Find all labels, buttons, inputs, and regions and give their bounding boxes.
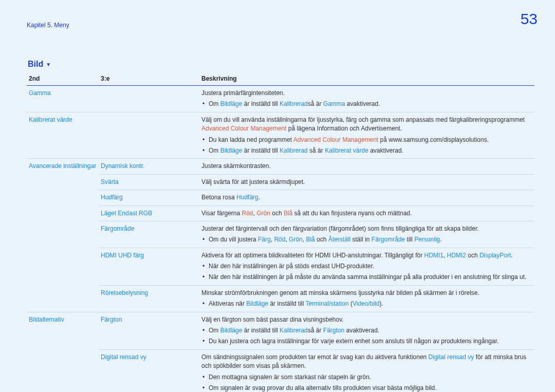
table-row: Bildalternativ Färgton Välj en färgton s…	[27, 312, 534, 349]
cell-3e	[99, 112, 199, 159]
section-title: Bild ▼	[28, 60, 534, 69]
table-row: Hudfärg Betona rosa Hudfärg.	[27, 190, 534, 206]
cell-3e: Läget Endast RGB	[99, 206, 199, 221]
cell-desc: Justera primärfärgintensiteten. Om Bildl…	[199, 86, 534, 113]
cell-2nd: Bildalternativ	[27, 312, 99, 349]
cell-2nd: Kalibrerat värde	[27, 112, 99, 159]
cell-3e: Svärta	[99, 174, 199, 190]
cell-3e: HDMI UHD färg	[99, 248, 199, 285]
cell-3e: Digital rensad vy	[99, 349, 199, 392]
cell-2nd	[27, 174, 99, 190]
cell-2nd	[27, 221, 99, 248]
cell-desc: Betona rosa Hudfärg.	[199, 190, 534, 206]
cell-desc: Visar färgerna Röd, Grön och Blå så att …	[199, 206, 534, 221]
cell-2nd	[27, 206, 99, 221]
cell-2nd: Gamma	[27, 86, 99, 113]
table-row: HDMI UHD färg Aktivera för att optimera …	[27, 248, 534, 285]
cell-desc: Välj svärta för att justera skärmdjupet.	[199, 174, 534, 190]
table-row: Läget Endast RGB Visar färgerna Röd, Grö…	[27, 206, 534, 221]
triangle-down-icon: ▼	[46, 62, 51, 67]
cell-desc: Välj en färgton som bäst passar dina vis…	[199, 312, 534, 349]
table-row: Svärta Välj svärta för att justera skärm…	[27, 174, 534, 190]
page-number: 53	[521, 10, 538, 28]
table-row: Avancerade inställningar Dynamisk kontr.…	[27, 159, 534, 174]
cell-3e: Dynamisk kontr.	[99, 159, 199, 174]
cell-3e	[99, 86, 199, 113]
cell-3e: Färgområde	[99, 221, 199, 248]
table-row: Kalibrerat värde Välj om du vill använda…	[27, 112, 534, 159]
cell-desc: Om sändningssignalen som produkten tar e…	[199, 349, 534, 392]
cell-desc: Minskar strömförbrukningen genom att min…	[199, 285, 534, 312]
settings-table: 2nd 3:e Beskrivning Gamma Justera primär…	[27, 72, 534, 392]
cell-2nd: Avancerade inställningar	[27, 159, 99, 174]
cell-desc: Justerar det färgintervall och den färgv…	[199, 221, 534, 248]
table-row: Digital rensad vy Om sändningssignalen s…	[27, 349, 534, 392]
cell-2nd	[27, 285, 99, 312]
chapter-label: Kapitel 5. Meny	[27, 6, 69, 29]
cell-2nd	[27, 248, 99, 285]
page-header: Kapitel 5. Meny 53	[27, 6, 534, 29]
cell-3e: Färgton	[99, 312, 199, 349]
cell-3e: Hudfärg	[99, 190, 199, 206]
cell-2nd	[27, 190, 99, 206]
table-header-row: 2nd 3:e Beskrivning	[27, 72, 534, 86]
col-3e: 3:e	[99, 72, 199, 86]
cell-3e: Rörelsebelysning	[99, 285, 199, 312]
cell-desc: Aktivera för att optimera bildkvaliteten…	[199, 248, 534, 285]
table-row: Rörelsebelysning Minskar strömförbruknin…	[27, 285, 534, 312]
table-row: Färgområde Justerar det färgintervall oc…	[27, 221, 534, 248]
col-desc: Beskrivning	[199, 72, 534, 86]
cell-desc: Justera skärmkontrasten.	[199, 159, 534, 174]
page: Kapitel 5. Meny 53 Bild ▼ 2nd 3:e Beskri…	[0, 0, 555, 392]
cell-2nd	[27, 349, 99, 392]
cell-desc: Välj om du vill använda inställningarna …	[199, 112, 534, 159]
table-row: Gamma Justera primärfärgintensiteten. Om…	[27, 86, 534, 113]
col-2nd: 2nd	[27, 72, 99, 86]
section-title-text: Bild	[28, 60, 43, 69]
